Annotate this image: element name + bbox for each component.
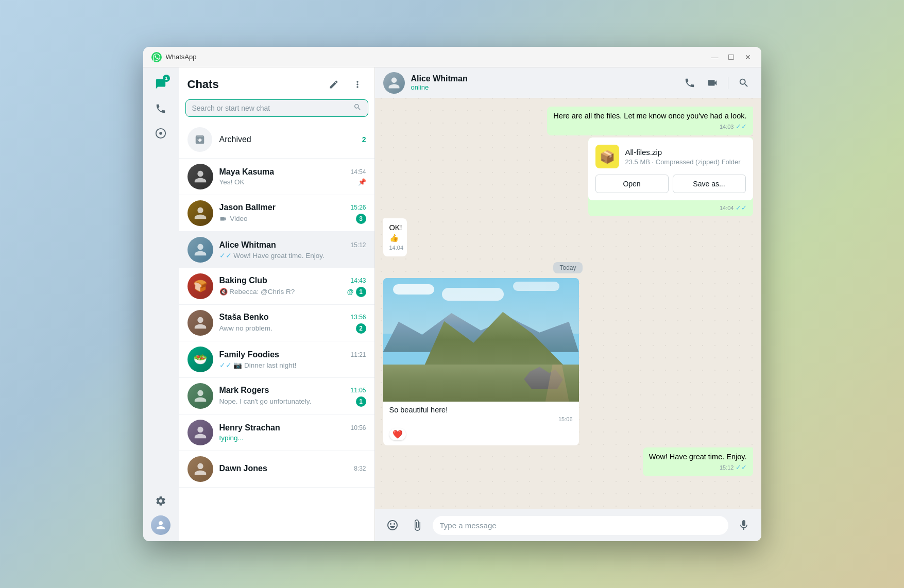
nav-sidebar: 1 (143, 67, 179, 541)
chat-header-avatar[interactable] (383, 72, 405, 94)
message-1-time: 14:03 ✓✓ (553, 122, 746, 131)
app-window: WhatsApp — ☐ ✕ 1 (143, 47, 761, 541)
chat-info-jason: Jason Ballmer 15:26 Video 3 (219, 203, 366, 224)
chat-name-alice: Alice Whitman (219, 240, 276, 250)
avatar-family: 🥗 (187, 347, 213, 372)
message-2-time: 14:04 ✓✓ (588, 201, 753, 216)
chat-item-alice[interactable]: Alice Whitman 15:12 ✓✓ Wow! Have great t… (179, 232, 374, 268)
message-1: Here are all the files. Let me know once… (547, 107, 753, 135)
attach-button[interactable] (408, 516, 427, 534)
chat-item-family[interactable]: 🥗 Family Foodies 11:21 ✓✓ 📷 Dinner last … (179, 341, 374, 378)
archived-row[interactable]: Archived 2 (179, 121, 374, 159)
voice-message-button[interactable] (735, 516, 753, 534)
nav-calls-icon[interactable] (150, 98, 171, 119)
chat-item-maya[interactable]: Maya Kasuma 14:54 Yes! OK 📌 (179, 159, 374, 195)
chat-item-dawn[interactable]: Dawn Jones 8:32 (179, 451, 374, 488)
nav-chats-icon[interactable]: 1 (150, 74, 171, 94)
message-3: OK! 👍 14:04 (383, 218, 407, 256)
chat-name-jason: Jason Ballmer (219, 203, 276, 212)
chat-preview-stasa: Aww no problem. (219, 324, 356, 332)
chat-item-baking[interactable]: 🍞 Baking Club 14:43 🔇 Rebecca: @Chris R?… (179, 268, 374, 305)
message-4-photo[interactable]: So beautiful here! 15:06 ❤️ (383, 278, 579, 445)
photo-image (383, 278, 579, 402)
avatar-baking: 🍞 (187, 273, 213, 299)
title-bar-left: WhatsApp (151, 52, 710, 62)
nav-settings-icon[interactable] (150, 491, 171, 511)
new-chat-button[interactable] (325, 76, 343, 93)
file-info: All-files.zip 23.5 MB · Compressed (zipp… (625, 147, 741, 167)
chat-list: Archived 2 Maya Kasuma 14:54 (179, 121, 374, 541)
unread-badge-jason: 3 (356, 214, 366, 224)
chat-preview-jason: Video (219, 215, 356, 222)
search-bar (179, 97, 374, 121)
chat-time-stasa: 13:56 (350, 314, 366, 321)
maximize-button[interactable]: ☐ (726, 52, 737, 62)
message-1-ticks: ✓✓ (736, 123, 747, 130)
file-icon: 📦 (595, 145, 619, 168)
unread-badge-stasa: 2 (356, 323, 366, 334)
date-divider: Today (383, 258, 753, 276)
file-header: 📦 All-files.zip 23.5 MB · Compressed (zi… (595, 145, 746, 168)
open-file-button[interactable]: Open (595, 175, 669, 193)
file-attachment: 📦 All-files.zip 23.5 MB · Compressed (zi… (588, 137, 753, 200)
chat-header: Alice Whitman online (375, 67, 761, 98)
input-bar (375, 509, 761, 541)
chat-info-dawn: Dawn Jones 8:32 (219, 464, 366, 475)
video-call-button[interactable] (703, 74, 722, 92)
chats-badge: 1 (163, 75, 170, 82)
chat-info-stasa: Staša Benko 13:56 Aww no problem. 2 (219, 313, 366, 334)
file-actions: Open Save as... (595, 175, 746, 193)
search-input[interactable] (192, 104, 353, 112)
search-messages-button[interactable] (735, 74, 753, 92)
chat-item-mark[interactable]: Mark Rogers 11:05 Nope. I can't go unfor… (179, 378, 374, 414)
avatar-mark (187, 383, 213, 409)
chat-item-jason[interactable]: Jason Ballmer 15:26 Video 3 (179, 195, 374, 232)
search-container[interactable] (185, 99, 368, 117)
title-bar: WhatsApp — ☐ ✕ (143, 47, 761, 67)
chat-time-dawn: 8:32 (354, 465, 366, 472)
menu-button[interactable] (349, 76, 366, 93)
emoji-button[interactable] (383, 516, 402, 534)
save-file-button[interactable]: Save as... (673, 175, 746, 193)
avatar-stasa (187, 310, 213, 336)
archive-icon (187, 127, 212, 152)
contact-status: online (411, 83, 674, 91)
chat-item-henry[interactable]: Henry Strachan 10:56 typing... (179, 414, 374, 451)
avatar-maya (187, 164, 213, 189)
chat-preview-mark: Nope. I can't go unfortunately. (219, 397, 356, 405)
date-divider-text: Today (553, 262, 582, 273)
chat-preview-alice: ✓✓ Wow! Have great time. Enjoy. (219, 251, 366, 260)
chat-name-mark: Mark Rogers (219, 386, 269, 395)
archived-label: Archived (219, 135, 355, 144)
chats-panel: Chats (179, 67, 375, 541)
message-5-text: Wow! Have great time. Enjoy. (649, 453, 747, 461)
voice-call-button[interactable] (680, 74, 699, 92)
chat-time-alice: 15:12 (350, 241, 366, 249)
message-1-text: Here are all the files. Let me know once… (553, 112, 746, 120)
chat-header-info: Alice Whitman online (411, 74, 674, 91)
chat-info-family: Family Foodies 11:21 ✓✓ 📷 Dinner last ni… (219, 350, 366, 369)
chat-preview-maya: Yes! OK (219, 178, 358, 186)
user-avatar[interactable] (151, 515, 170, 535)
header-divider (728, 77, 728, 89)
message-input[interactable] (433, 516, 728, 535)
mention-icon: @ (347, 288, 354, 296)
chat-time-baking: 14:43 (350, 277, 366, 284)
chat-info-mark: Mark Rogers 11:05 Nope. I can't go unfor… (219, 386, 366, 407)
nav-status-icon[interactable] (150, 123, 171, 144)
window-controls: — ☐ ✕ (710, 52, 753, 62)
chat-time-family: 11:21 (350, 351, 366, 358)
chat-preview-baking: 🔇 Rebecca: @Chris R? (219, 288, 347, 296)
chat-time-jason: 15:26 (350, 204, 366, 211)
unread-badge-mark: 1 (356, 396, 366, 407)
chat-item-stasa[interactable]: Staša Benko 13:56 Aww no problem. 2 (179, 305, 374, 341)
search-icon (353, 103, 362, 113)
message-2-ticks: ✓✓ (736, 204, 747, 212)
chat-time-maya: 14:54 (350, 168, 366, 176)
minimize-button[interactable]: — (710, 52, 720, 62)
chats-header: Chats (179, 67, 374, 97)
message-5: Wow! Have great time. Enjoy. 15:12 ✓✓ (643, 447, 753, 476)
chat-time-mark: 11:05 (350, 387, 366, 394)
message-5-time: 15:12 ✓✓ (649, 463, 747, 472)
close-button[interactable]: ✕ (743, 52, 753, 62)
